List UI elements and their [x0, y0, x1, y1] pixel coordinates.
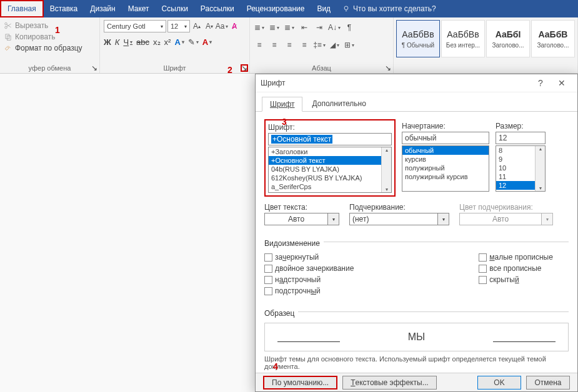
- scrollbar[interactable]: ▴▾: [535, 146, 545, 191]
- highlighter-icon: ✎: [188, 37, 195, 47]
- style-picker-block: Начертание: обычный обычный курсив полуж…: [402, 119, 489, 192]
- multilevel-icon: ≣: [284, 23, 291, 32]
- clear-formatting-button[interactable]: A̷: [229, 20, 240, 32]
- tab-font[interactable]: Шрифт: [262, 97, 302, 112]
- font-list[interactable]: +Заголовки +Основной текст 04b(RUS BY LY…: [268, 147, 392, 193]
- list-item[interactable]: a_SeriferCps: [269, 182, 391, 191]
- superscript-button[interactable]: x²: [164, 37, 171, 47]
- tab-references[interactable]: Ссылки: [156, 0, 194, 17]
- list-item[interactable]: +Основной текст: [269, 156, 391, 165]
- chk-hidden[interactable]: скрытый: [479, 275, 553, 284]
- list-item[interactable]: 04b(RUS BY LYAJKA): [269, 165, 391, 174]
- sort-button[interactable]: A↓: [329, 21, 340, 34]
- tab-home[interactable]: Главная: [0, 0, 44, 17]
- subscript-button[interactable]: x₂: [153, 37, 161, 47]
- list-item[interactable]: обычный: [402, 146, 489, 155]
- show-marks-button[interactable]: ¶: [344, 21, 355, 34]
- font-input[interactable]: +Основной текст: [268, 133, 392, 145]
- scrollbar[interactable]: ▴▾: [381, 147, 391, 192]
- italic-button[interactable]: К: [115, 37, 120, 47]
- tab-review[interactable]: Рецензирование: [241, 0, 311, 17]
- style-list[interactable]: обычный курсив полужирный полужирный кур…: [402, 145, 489, 192]
- chk-strike[interactable]: зачеркнутый: [264, 253, 354, 262]
- close-button[interactable]: ✕: [551, 74, 572, 92]
- list-item[interactable]: +Заголовки: [269, 147, 391, 156]
- tab-design[interactable]: Дизайн: [84, 0, 121, 17]
- multilevel-button[interactable]: ≣: [284, 21, 295, 34]
- sample-text: МЫ: [408, 331, 426, 343]
- clipboard-launcher[interactable]: ↘: [91, 64, 98, 72]
- list-item[interactable]: 612Koshey(RUS BY LYAJKA): [269, 174, 391, 182]
- font-color-button[interactable]: A: [202, 37, 212, 47]
- font-dialog: Шрифт ? ✕ Шрифт Дополнительно 3 Шрифт: +…: [255, 74, 578, 392]
- help-button[interactable]: ?: [530, 74, 551, 92]
- font-color-combo[interactable]: Авто ▾: [264, 213, 339, 225]
- tab-advanced[interactable]: Дополнительно: [304, 96, 374, 111]
- strike-button[interactable]: abc: [136, 37, 149, 47]
- shading-button[interactable]: ◢: [329, 39, 340, 51]
- style-input[interactable]: обычный: [402, 132, 489, 144]
- style-heading2[interactable]: АаБбВ Заголово...: [531, 20, 575, 57]
- tab-layout[interactable]: Макет: [122, 0, 156, 17]
- change-case-button[interactable]: Aa: [216, 20, 227, 32]
- shrink-font-button[interactable]: A▾: [204, 20, 215, 32]
- highlight-button[interactable]: ✎: [188, 37, 199, 47]
- tell-me-search[interactable]: Что вы хотите сделать?: [342, 0, 436, 17]
- chk-subscript[interactable]: подстрочный: [264, 287, 354, 295]
- chk-allcaps[interactable]: все прописные: [479, 264, 553, 273]
- align-right-button[interactable]: ≡: [284, 39, 295, 51]
- tab-mailings[interactable]: Рассылки: [194, 0, 241, 17]
- group-clipboard: Вырезать Копировать Формат по образцу уф…: [0, 17, 100, 73]
- text-effects-button[interactable]: A: [174, 37, 184, 47]
- align-center-button[interactable]: ≡: [269, 39, 280, 51]
- underline-button[interactable]: Ч: [123, 37, 132, 47]
- font-dialog-launcher[interactable]: ↘: [241, 64, 248, 72]
- font-size-combo[interactable]: 12▾: [167, 20, 190, 32]
- grow-font-button[interactable]: A▴: [191, 20, 202, 32]
- style-label: Начертание:: [402, 122, 489, 130]
- tab-insert[interactable]: Вставка: [44, 0, 84, 17]
- group-clipboard-label: уфер обмена: [0, 64, 99, 72]
- format-painter-button[interactable]: Формат по образцу: [4, 42, 96, 54]
- size-label: Размер:: [496, 122, 546, 130]
- tab-view[interactable]: Вид: [311, 0, 337, 17]
- align-left-button[interactable]: ≡: [254, 39, 265, 51]
- svg-rect-3: [6, 34, 9, 39]
- text-effects-button[interactable]: Текстовые эффекты...: [342, 376, 437, 390]
- borders-button[interactable]: ⊞: [344, 39, 355, 51]
- copy-button[interactable]: Копировать: [4, 31, 96, 42]
- dialog-titlebar: Шрифт ? ✕: [256, 74, 577, 92]
- paragraph-launcher[interactable]: ↘: [384, 64, 392, 72]
- chk-superscript[interactable]: надстрочный: [264, 275, 354, 284]
- size-list[interactable]: 8 9 10 11 12 ▴▾: [496, 145, 546, 192]
- style-nospacing[interactable]: АаБбВв Без интер...: [441, 20, 485, 57]
- indent-button[interactable]: ⇥: [314, 21, 325, 34]
- chk-smallcaps[interactable]: малые прописные: [479, 253, 553, 262]
- list-item[interactable]: полужирный курсив: [402, 172, 489, 181]
- set-default-button[interactable]: По умолчанию...: [263, 376, 337, 390]
- numbering-button[interactable]: ≣: [269, 21, 280, 34]
- sample-box: МЫ: [264, 323, 569, 351]
- ok-button[interactable]: OK: [477, 376, 521, 390]
- scissors-icon: [4, 21, 12, 30]
- style-normal[interactable]: АаБбВв ¶ Обычный: [396, 20, 440, 57]
- borders-icon: ⊞: [344, 41, 351, 49]
- paintbrush-icon: [4, 44, 12, 52]
- font-name-combo[interactable]: Century Gotl▾: [104, 20, 166, 32]
- chevron-down-icon: ▾: [328, 213, 339, 225]
- outdent-button[interactable]: ⇤: [299, 21, 310, 34]
- line-spacing-button[interactable]: ‡≡: [314, 39, 325, 51]
- bold-button[interactable]: Ж: [104, 37, 111, 47]
- cut-button[interactable]: Вырезать: [4, 20, 96, 31]
- underline-color-combo[interactable]: Авто ▾: [459, 213, 553, 225]
- list-item[interactable]: полужирный: [402, 164, 489, 172]
- style-heading1[interactable]: АаБбI Заголово...: [486, 20, 530, 57]
- underline-style-combo[interactable]: (нет) ▾: [349, 213, 449, 225]
- bullets-button[interactable]: ≣: [254, 21, 265, 34]
- group-styles: АаБбВв ¶ Обычный АаБбВв Без интер... АаБ…: [394, 17, 578, 73]
- chk-dstrike[interactable]: двойное зачеркивание: [264, 264, 354, 273]
- justify-button[interactable]: ≡: [299, 39, 310, 51]
- size-input[interactable]: 12: [496, 132, 546, 144]
- cancel-button[interactable]: Отмена: [526, 376, 570, 390]
- list-item[interactable]: курсив: [402, 155, 489, 164]
